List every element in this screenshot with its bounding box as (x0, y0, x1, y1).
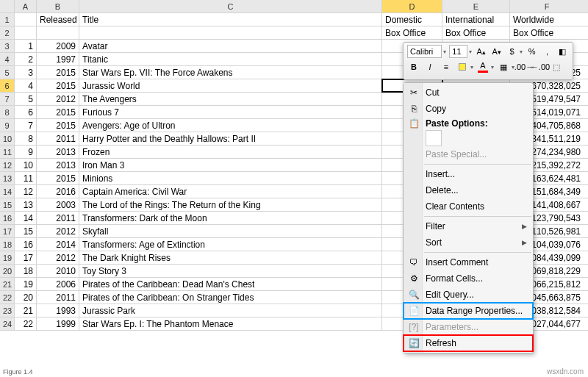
cell[interactable]: 2015 (37, 79, 79, 92)
row-header[interactable]: 18 (0, 238, 15, 251)
chevron-down-icon[interactable]: ▾ (469, 49, 472, 55)
cell[interactable]: Harry Potter and the Deathly Hallows: Pa… (79, 132, 382, 145)
font-name-combo[interactable]: Calibri (407, 45, 442, 58)
row-header[interactable]: 13 (0, 172, 15, 184)
cell[interactable]: Star Wars Ep. VII: The Force Awakens (79, 66, 382, 79)
cell[interactable]: International (442, 13, 510, 26)
cell[interactable]: 20 (15, 291, 37, 304)
cell[interactable]: Captain America: Civil War (79, 185, 382, 198)
cell[interactable]: Box Office (382, 26, 442, 39)
cell[interactable]: 17 (15, 251, 37, 264)
cell[interactable]: Title (79, 13, 382, 26)
cell[interactable]: Furious 7 (79, 106, 382, 118)
cell[interactable]: 1 (15, 40, 37, 52)
cell[interactable]: 1999 (37, 317, 79, 330)
column-header-A[interactable]: A (15, 0, 37, 12)
cell[interactable]: 3 (15, 66, 37, 79)
column-header-D[interactable]: D (382, 0, 442, 12)
cell[interactable]: 1993 (37, 304, 79, 317)
cell[interactable]: Jurassic Park (79, 304, 382, 317)
cell[interactable]: 2013 (37, 159, 79, 171)
cell[interactable]: Iron Man 3 (79, 159, 382, 171)
column-header-B[interactable]: B (37, 0, 79, 12)
cell[interactable]: 6 (15, 106, 37, 118)
cell[interactable]: 2011 (37, 132, 79, 145)
context-insert-comment[interactable]: 🗨Insert Comment (404, 254, 533, 270)
cell[interactable]: 18 (15, 265, 37, 277)
grow-font-button[interactable]: A▴ (475, 45, 487, 58)
cell[interactable]: 2009 (37, 40, 79, 52)
cell[interactable]: Pirates of the Caribbean: Dead Man's Che… (79, 278, 382, 290)
context-clear-contents[interactable]: Clear Contents (404, 198, 533, 215)
cell[interactable]: 19 (15, 278, 37, 290)
cell[interactable]: 14 (15, 212, 37, 224)
cell[interactable]: Box Office (442, 26, 510, 39)
context-data-range-properties[interactable]: 📄Data Range Properties... (404, 303, 533, 319)
cell[interactable]: Toy Story 3 (79, 265, 382, 277)
cell[interactable]: Box Office (510, 26, 584, 39)
cell[interactable] (15, 26, 37, 39)
row-header[interactable]: 7 (0, 93, 15, 105)
cell[interactable]: Avengers: Age of Ultron (79, 119, 382, 132)
row-header[interactable]: 16 (0, 212, 15, 224)
cell[interactable] (15, 13, 37, 26)
cell[interactable]: The Dark Knight Rises (79, 251, 382, 264)
cell[interactable]: 2011 (37, 291, 79, 304)
cell[interactable]: 4 (15, 79, 37, 92)
italic-button[interactable]: I (423, 60, 437, 73)
paste-button[interactable] (426, 130, 442, 146)
chevron-down-icon[interactable]: ▾ (491, 64, 494, 71)
shrink-font-button[interactable]: A▾ (490, 45, 503, 58)
row-header[interactable]: 3 (0, 40, 15, 52)
column-header-F[interactable]: F (510, 0, 584, 12)
format-painter-icon[interactable]: ◧ (556, 45, 569, 58)
cell[interactable]: The Avengers (79, 93, 382, 105)
cell[interactable]: 16 (15, 238, 37, 251)
cell[interactable]: Jurassic World (79, 79, 382, 92)
cell[interactable]: 1997 (37, 53, 79, 65)
cell[interactable]: 2016 (37, 185, 79, 198)
context-cut[interactable]: ✂Cut (404, 85, 533, 101)
increase-decimal-button[interactable]: .00→ (517, 60, 531, 73)
row-header[interactable]: 10 (0, 132, 15, 145)
cell[interactable]: 10 (15, 159, 37, 171)
context-delete[interactable]: Delete... (404, 182, 533, 198)
cell[interactable]: Star Wars Ep. I: The Phantom Menace (79, 317, 382, 330)
row-header[interactable]: 9 (0, 119, 15, 132)
cell[interactable]: Frozen (79, 146, 382, 158)
context-edit-query[interactable]: 🔍Edit Query... (404, 287, 533, 303)
cell[interactable]: 8 (15, 132, 37, 145)
cell[interactable]: Minions (79, 172, 382, 184)
cell[interactable]: 2014 (37, 238, 79, 251)
select-all-corner[interactable] (0, 0, 15, 12)
row-header[interactable]: 4 (0, 53, 15, 65)
cell[interactable]: 2012 (37, 93, 79, 105)
context-filter[interactable]: Filter▶ (404, 218, 533, 234)
row-header[interactable]: 19 (0, 251, 15, 264)
row-header[interactable]: 1 (0, 13, 15, 26)
cell[interactable]: 2013 (37, 146, 79, 158)
chevron-down-icon[interactable]: ▾ (520, 49, 523, 55)
cell[interactable]: The Lord of the Rings: The Return of the… (79, 198, 382, 211)
context-copy[interactable]: ⎘Copy (404, 101, 533, 117)
merge-button[interactable]: ⬚ (550, 60, 563, 73)
row-header[interactable]: 11 (0, 146, 15, 158)
cell[interactable]: 22 (15, 317, 37, 330)
row-header[interactable]: 5 (0, 66, 15, 79)
cell[interactable]: 9 (15, 146, 37, 158)
decrease-decimal-button[interactable]: ←.00 (534, 60, 547, 73)
cell[interactable]: Domestic (382, 13, 442, 26)
cell[interactable]: 2 (15, 53, 37, 65)
cell[interactable]: 5 (15, 93, 37, 105)
cell[interactable]: Transformers: Dark of the Moon (79, 212, 382, 224)
chevron-down-icon[interactable]: ▾ (443, 49, 446, 55)
row-header[interactable]: 21 (0, 278, 15, 290)
row-header[interactable]: 17 (0, 225, 15, 237)
cell[interactable] (37, 26, 79, 39)
cell[interactable]: 2006 (37, 278, 79, 290)
font-size-combo[interactable]: 11 (449, 45, 467, 58)
cell[interactable]: Transformers: Age of Extinction (79, 238, 382, 251)
fill-color-button[interactable] (456, 60, 469, 73)
cell[interactable]: 2015 (37, 119, 79, 132)
row-header[interactable]: 14 (0, 185, 15, 198)
